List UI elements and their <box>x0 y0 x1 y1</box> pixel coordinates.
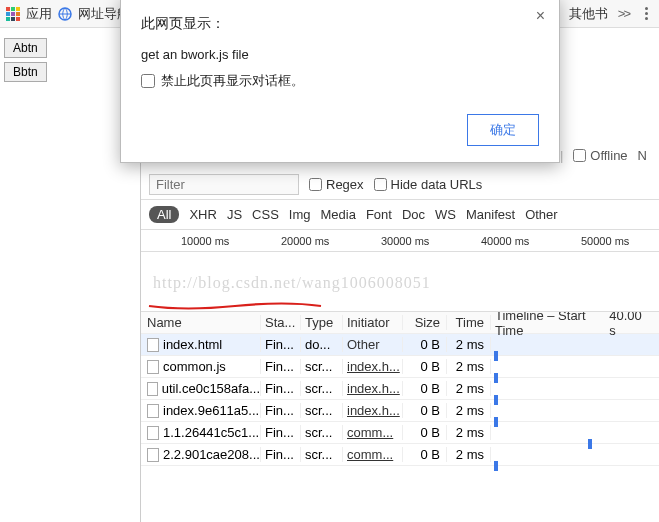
table-row[interactable]: 2.2.901cae208...Fin...scr...comm...0 B2 … <box>141 444 659 466</box>
apps-icon[interactable] <box>6 7 20 21</box>
cell-initiator[interactable]: comm... <box>343 447 403 462</box>
page-buttons: Abtn Bbtn <box>4 38 47 82</box>
apps-label[interactable]: 应用 <box>26 5 52 23</box>
table-header: Name Sta... Type Initiator Size Time Tim… <box>141 312 659 334</box>
cell-time: 2 ms <box>447 359 491 374</box>
cell-initiator[interactable]: index.h... <box>343 403 403 418</box>
svg-rect-3 <box>6 12 10 16</box>
type-filter-xhr[interactable]: XHR <box>189 207 216 222</box>
hide-urls-label: Hide data URLs <box>391 177 483 192</box>
dialog-title: 此网页显示： <box>141 15 539 33</box>
col-time[interactable]: Time <box>447 315 491 330</box>
cell-type: scr... <box>301 447 343 462</box>
cell-status: Fin... <box>261 425 301 440</box>
cell-name: common.js <box>141 359 261 374</box>
type-filter-manifest[interactable]: Manifest <box>466 207 515 222</box>
file-icon <box>147 404 159 418</box>
col-status[interactable]: Sta... <box>261 315 301 330</box>
type-filter-all[interactable]: All <box>149 206 179 223</box>
cell-size: 0 B <box>403 425 447 440</box>
cell-size: 0 B <box>403 403 447 418</box>
cell-status: Fin... <box>261 359 301 374</box>
type-filter-ws[interactable]: WS <box>435 207 456 222</box>
table-row[interactable]: common.jsFin...scr...index.h...0 B2 ms <box>141 356 659 378</box>
bbtn-button[interactable]: Bbtn <box>4 62 47 82</box>
overflow-chevron-icon[interactable]: >> <box>618 6 629 21</box>
col-name[interactable]: Name <box>141 315 261 330</box>
dialog-actions: 确定 <box>141 114 539 146</box>
type-filter-css[interactable]: CSS <box>252 207 279 222</box>
cell-status: Fin... <box>261 403 301 418</box>
cell-status: Fin... <box>261 381 301 396</box>
cell-size: 0 B <box>403 381 447 396</box>
suppress-label: 禁止此页再显示对话框。 <box>161 72 304 90</box>
hide-urls-checkbox[interactable] <box>374 178 387 191</box>
timeline-seconds: 40.00 s <box>609 312 649 338</box>
type-filter-doc[interactable]: Doc <box>402 207 425 222</box>
svg-rect-5 <box>16 12 20 16</box>
timeline-header: 10000 ms20000 ms30000 ms40000 ms50000 ms <box>141 230 659 252</box>
file-icon <box>147 360 159 374</box>
offline-checkbox[interactable] <box>573 149 586 162</box>
table-row[interactable]: util.ce0c158afa...Fin...scr...index.h...… <box>141 378 659 400</box>
type-filter-font[interactable]: Font <box>366 207 392 222</box>
cell-name: index.9e611a5... <box>141 403 261 418</box>
file-icon <box>147 338 159 352</box>
filter-input[interactable] <box>149 174 299 195</box>
table-row[interactable]: 1.1.26441c5c1...Fin...scr...comm...0 B2 … <box>141 422 659 444</box>
col-initiator[interactable]: Initiator <box>343 315 403 330</box>
cell-type: scr... <box>301 359 343 374</box>
cell-status: Fin... <box>261 447 301 462</box>
svg-rect-8 <box>16 17 20 21</box>
type-filter-other[interactable]: Other <box>525 207 558 222</box>
abtn-button[interactable]: Abtn <box>4 38 47 58</box>
col-size[interactable]: Size <box>403 315 447 330</box>
file-icon <box>147 382 158 396</box>
alert-dialog: × 此网页显示： get an bwork.js file 禁止此页再显示对话框… <box>120 0 560 163</box>
devtools-panel: e | Offline N Regex Hide data URLs AllXH… <box>140 150 659 522</box>
type-filter-media[interactable]: Media <box>320 207 355 222</box>
ok-button[interactable]: 确定 <box>467 114 539 146</box>
cell-time: 2 ms <box>447 403 491 418</box>
cell-time: 2 ms <box>447 425 491 440</box>
cell-type: do... <box>301 337 343 352</box>
col-timeline[interactable]: Timeline – Start Time 40.00 s <box>491 312 659 338</box>
cell-time: 2 ms <box>447 337 491 352</box>
svg-rect-7 <box>11 17 15 21</box>
timeline-tick: 40000 ms <box>481 235 529 247</box>
cell-name: index.html <box>141 337 261 352</box>
regex-checkbox[interactable] <box>309 178 322 191</box>
timeline-tick: 10000 ms <box>181 235 229 247</box>
timeline-label: Timeline – Start Time <box>495 312 609 338</box>
close-icon[interactable]: × <box>536 7 545 25</box>
cell-initiator[interactable]: Other <box>343 337 403 352</box>
bookmarks-right: 其他书 >> <box>545 5 653 23</box>
type-filter-img[interactable]: Img <box>289 207 311 222</box>
kebab-menu-icon[interactable] <box>639 7 653 20</box>
bookmarks-left: 应用 网址导航 <box>6 5 130 23</box>
offline-label: Offline <box>590 148 627 163</box>
other-label[interactable]: 其他书 <box>569 5 608 23</box>
hint-n: N <box>638 148 647 163</box>
cell-status: Fin... <box>261 337 301 352</box>
type-filter-js[interactable]: JS <box>227 207 242 222</box>
cell-initiator[interactable]: comm... <box>343 425 403 440</box>
file-icon <box>147 426 159 440</box>
dialog-message: get an bwork.js file <box>141 47 539 62</box>
offline-toggle[interactable]: Offline <box>573 148 627 163</box>
timeline-tick: 50000 ms <box>581 235 629 247</box>
col-type[interactable]: Type <box>301 315 343 330</box>
cell-time: 2 ms <box>447 381 491 396</box>
cell-initiator[interactable]: index.h... <box>343 381 403 396</box>
suppress-checkbox-row[interactable]: 禁止此页再显示对话框。 <box>141 72 539 90</box>
hide-urls-toggle[interactable]: Hide data URLs <box>374 177 483 192</box>
cell-initiator[interactable]: index.h... <box>343 359 403 374</box>
regex-toggle[interactable]: Regex <box>309 177 364 192</box>
file-icon <box>147 448 159 462</box>
svg-rect-2 <box>16 7 20 11</box>
suppress-checkbox[interactable] <box>141 74 155 88</box>
filter-row: Regex Hide data URLs <box>141 170 659 200</box>
globe-icon[interactable] <box>58 7 72 21</box>
cell-size: 0 B <box>403 359 447 374</box>
table-row[interactable]: index.9e611a5...Fin...scr...index.h...0 … <box>141 400 659 422</box>
